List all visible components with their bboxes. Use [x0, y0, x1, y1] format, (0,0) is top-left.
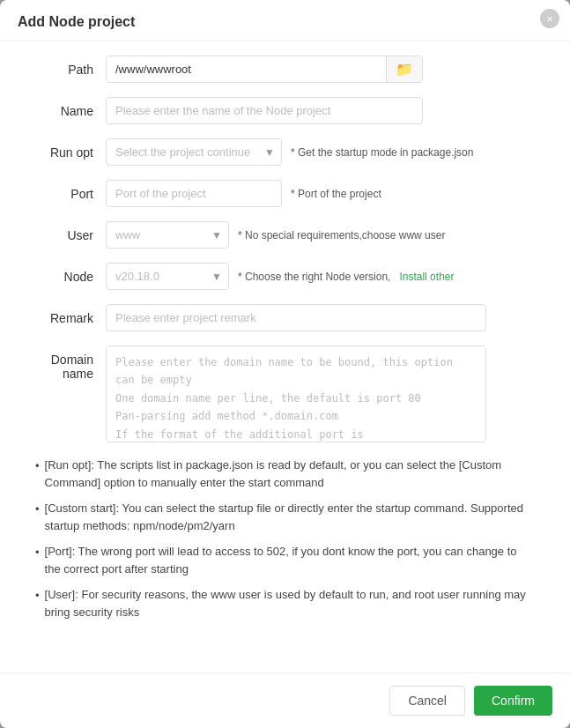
add-node-project-modal: Add Node project × Path 📁 Name Run opt: [0, 0, 570, 728]
user-input-group: www ▼ * No special requirements,choose w…: [106, 221, 445, 249]
path-input-wrap: 📁: [106, 56, 423, 83]
domain-row: Domain name: [26, 345, 544, 442]
name-label: Name: [26, 104, 106, 118]
node-label: Node: [26, 270, 106, 284]
path-folder-button[interactable]: 📁: [386, 56, 422, 82]
close-button[interactable]: ×: [540, 9, 559, 28]
path-input[interactable]: [107, 56, 386, 82]
modal-body: Path 📁 Name Run opt Select the project c…: [0, 41, 570, 672]
cancel-button[interactable]: Cancel: [389, 686, 465, 716]
user-select-wrap: www ▼: [106, 221, 229, 249]
modal-footer: Cancel Confirm: [0, 672, 570, 728]
note-text: [Custom start]: You can select the start…: [45, 500, 535, 534]
run-opt-row: Run opt Select the project continue ▼ * …: [26, 138, 544, 166]
name-row: Name: [26, 97, 544, 124]
user-hint: * No special requirements,choose www use…: [238, 229, 445, 241]
node-select[interactable]: v20.18.0: [106, 263, 229, 290]
remark-label: Remark: [26, 311, 106, 325]
node-hint: * Choose the right Node version,: [238, 271, 390, 283]
modal-header: Add Node project ×: [0, 0, 570, 41]
user-row: User www ▼ * No special requirements,cho…: [26, 221, 544, 249]
modal-title: Add Node project: [18, 14, 135, 30]
run-opt-hint: * Get the startup mode in package.json: [291, 146, 473, 159]
node-row: Node v20.18.0 ▼ * Choose the right Node …: [26, 263, 544, 290]
name-input[interactable]: [106, 97, 423, 124]
user-select[interactable]: www: [106, 221, 229, 249]
path-label: Path: [26, 63, 106, 77]
node-select-wrap: v20.18.0 ▼: [106, 263, 229, 290]
bullet-icon: •: [35, 457, 40, 475]
run-opt-wrap: Select the project continue ▼ * Get the …: [106, 138, 473, 166]
note-item: • [Run opt]: The scripts list in package…: [35, 457, 535, 491]
domain-label: Domain name: [26, 345, 106, 381]
domain-textarea[interactable]: [106, 345, 486, 442]
folder-icon: 📁: [396, 61, 413, 78]
remark-row: Remark: [26, 304, 544, 331]
bullet-icon: •: [35, 544, 40, 561]
remark-input[interactable]: [106, 304, 486, 331]
port-input[interactable]: [106, 180, 282, 207]
note-text: [User]: For security reasons, the www us…: [45, 586, 535, 620]
node-input-group: v20.18.0 ▼ * Choose the right Node versi…: [106, 263, 454, 290]
notes-section: • [Run opt]: The scripts list in package…: [26, 457, 544, 620]
run-opt-label: Run opt: [26, 145, 106, 160]
bullet-icon: •: [35, 587, 40, 605]
port-label: Port: [26, 187, 106, 201]
path-row: Path 📁: [26, 56, 544, 83]
bullet-icon: •: [35, 501, 40, 518]
note-text: [Run opt]: The scripts list in package.j…: [45, 457, 535, 491]
port-hint: * Port of the project: [291, 188, 381, 200]
port-row: Port * Port of the project: [26, 180, 544, 207]
note-text: [Port]: The wrong port will lead to acce…: [45, 543, 535, 577]
confirm-button[interactable]: Confirm: [474, 686, 552, 716]
install-other-link[interactable]: Install other: [399, 271, 454, 283]
port-input-group: * Port of the project: [106, 180, 381, 207]
user-label: User: [26, 228, 106, 242]
run-opt-select[interactable]: Select the project continue: [106, 138, 282, 166]
note-item: • [Custom start]: You can select the sta…: [35, 500, 535, 534]
note-item: • [User]: For security reasons, the www …: [35, 586, 535, 620]
note-item: • [Port]: The wrong port will lead to ac…: [35, 543, 535, 577]
run-opt-select-wrap: Select the project continue ▼: [106, 138, 282, 166]
